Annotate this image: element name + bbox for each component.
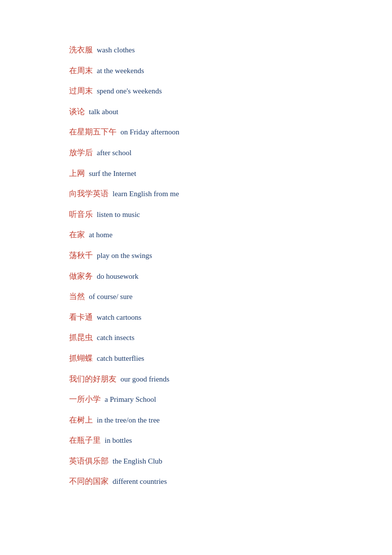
vocab-english: surf the Internet	[89, 168, 136, 179]
vocab-item: 谈论talk about	[69, 101, 323, 122]
vocab-english: a Primary School	[105, 393, 156, 405]
vocab-chinese: 在家	[69, 228, 85, 241]
vocab-chinese: 在星期五下午	[69, 126, 117, 138]
vocab-english: after school	[97, 147, 131, 159]
vocab-item: 英语俱乐部the English Club	[69, 451, 323, 471]
vocab-item: 抓蝴蝶catch butterflies	[69, 348, 323, 369]
vocab-item: 洗衣服wash clothes	[69, 40, 323, 60]
vocab-english: talk about	[89, 106, 118, 118]
vocab-english: our good friends	[120, 373, 169, 385]
vocab-english: on Friday afternoon	[120, 126, 179, 138]
vocab-item: 做家务do housework	[69, 266, 323, 287]
vocab-english: play on the swings	[97, 250, 152, 261]
vocab-english: in bottles	[105, 434, 132, 446]
vocab-chinese: 做家务	[69, 270, 93, 283]
vocab-item: 上网surf the Internet	[69, 163, 323, 184]
vocab-english: different countries	[113, 475, 167, 487]
vocab-item: 在周末at the weekends	[69, 60, 323, 81]
vocab-chinese: 一所小学	[69, 393, 101, 406]
vocab-english: of course/ sure	[89, 291, 132, 302]
vocab-item: 抓昆虫catch insects	[69, 327, 323, 348]
vocab-item: 在家at home	[69, 224, 323, 245]
vocab-chinese: 抓昆虫	[69, 331, 93, 344]
vocab-chinese: 放学后	[69, 146, 93, 159]
vocab-chinese: 谈论	[69, 105, 85, 118]
vocab-english: do housework	[97, 270, 139, 282]
vocab-chinese: 在树上	[69, 414, 93, 427]
vocab-english: the English Club	[113, 455, 162, 467]
vocab-chinese: 过周末	[69, 85, 93, 97]
vocab-chinese: 不同的国家	[69, 475, 109, 488]
vocab-english: catch butterflies	[97, 352, 144, 364]
vocab-chinese: 英语俱乐部	[69, 455, 109, 468]
vocab-english: in the tree/on the tree	[97, 414, 159, 426]
vocab-chinese: 当然	[69, 290, 85, 303]
vocab-english: watch cartoons	[97, 311, 141, 323]
vocab-english: learn English from me	[113, 188, 179, 200]
vocabulary-list: 洗衣服wash clothes在周末at the weekends过周末spen…	[69, 40, 323, 492]
vocab-chinese: 上网	[69, 167, 85, 180]
vocab-item: 当然of course/ sure	[69, 286, 323, 307]
vocab-item: 荡秋千play on the swings	[69, 245, 323, 266]
vocab-chinese: 抓蝴蝶	[69, 352, 93, 365]
vocab-chinese: 洗衣服	[69, 43, 93, 56]
vocab-item: 不同的国家different countries	[69, 471, 323, 492]
vocab-item: 看卡通watch cartoons	[69, 307, 323, 328]
vocab-chinese: 荡秋千	[69, 249, 93, 262]
vocab-english: spend one's weekends	[97, 85, 162, 97]
vocab-item: 一所小学a Primary School	[69, 389, 323, 410]
vocab-chinese: 看卡通	[69, 311, 93, 324]
vocab-english: listen to music	[97, 209, 140, 220]
vocab-english: wash clothes	[97, 44, 135, 56]
vocab-chinese: 听音乐	[69, 208, 93, 221]
vocab-item: 在星期五下午on Friday afternoon	[69, 122, 323, 142]
vocab-item: 过周末spend one's weekends	[69, 81, 323, 101]
vocab-item: 在树上in the tree/on the tree	[69, 410, 323, 430]
vocab-chinese: 向我学英语	[69, 187, 109, 200]
vocab-english: catch insects	[97, 332, 134, 343]
vocab-item: 向我学英语learn English from me	[69, 183, 323, 204]
vocab-item: 在瓶子里in bottles	[69, 430, 323, 451]
vocab-english: at the weekends	[97, 65, 144, 77]
vocab-english: at home	[89, 229, 113, 241]
vocab-item: 听音乐listen to music	[69, 204, 323, 225]
vocab-chinese: 在瓶子里	[69, 434, 101, 447]
vocab-chinese: 在周末	[69, 64, 93, 77]
vocab-chinese: 我们的好朋友	[69, 373, 117, 385]
vocab-item: 放学后after school	[69, 142, 323, 163]
vocab-item: 我们的好朋友our good friends	[69, 369, 323, 389]
